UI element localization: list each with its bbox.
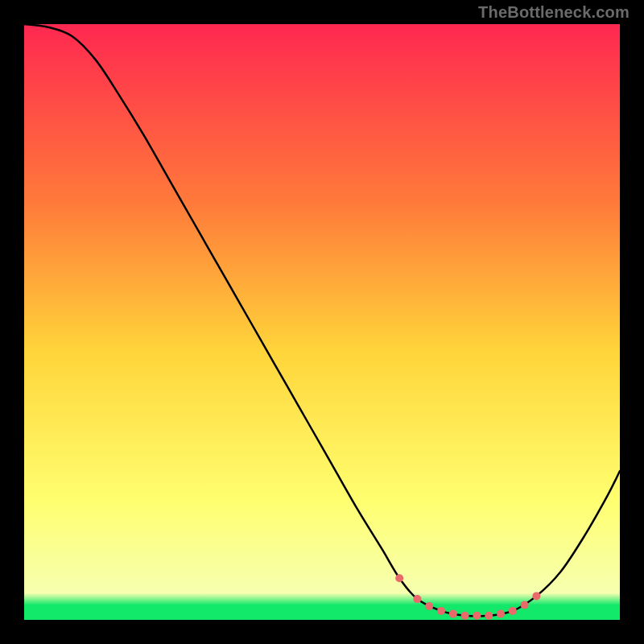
- highlight-dot: [509, 607, 517, 615]
- highlight-dot: [437, 607, 445, 615]
- highlight-dot: [485, 612, 493, 620]
- chart-svg: [24, 24, 620, 620]
- highlight-dot: [473, 612, 481, 620]
- highlight-dot: [413, 595, 421, 603]
- highlight-dot: [532, 592, 540, 600]
- gradient-background: [24, 24, 620, 620]
- highlight-dot: [497, 610, 505, 618]
- highlight-dot: [425, 602, 433, 610]
- highlight-dot: [449, 610, 457, 618]
- highlight-dot: [461, 612, 469, 620]
- chart-stage: TheBottleneck.com: [0, 0, 644, 644]
- watermark-text: TheBottleneck.com: [478, 3, 630, 22]
- highlight-dot: [395, 574, 403, 582]
- chart-plot-area: [24, 24, 620, 620]
- highlight-dot: [521, 601, 529, 609]
